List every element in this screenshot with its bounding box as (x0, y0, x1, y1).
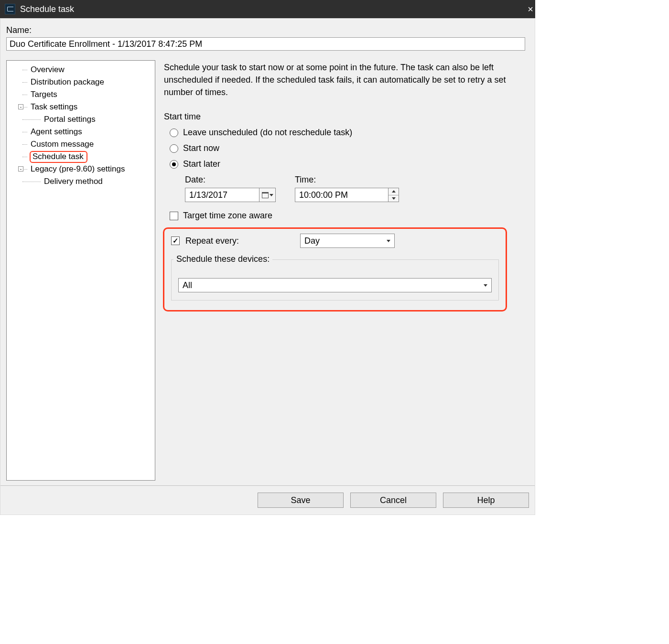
start-time-label: Start time (164, 112, 529, 122)
repeat-value: Day (301, 236, 383, 246)
datetime-row: Date: 1/13/2017 Time: 10:00:00 PM (185, 175, 529, 202)
collapse-icon[interactable]: - (18, 166, 23, 172)
date-value: 1/13/2017 (185, 190, 259, 200)
date-picker[interactable]: 1/13/2017 (185, 188, 276, 202)
time-field: Time: 10:00:00 PM (295, 175, 399, 202)
button-bar: Save Cancel Help (0, 485, 535, 515)
radio-leave-unscheduled[interactable]: Leave unscheduled (do not reschedule tas… (170, 128, 529, 138)
dialog-body: Name: Overview Distribution package Targ… (0, 18, 535, 515)
schedule-devices-legend: Schedule these devices: (173, 254, 272, 264)
date-label: Date: (185, 175, 276, 185)
time-value: 10:00:00 PM (295, 190, 388, 200)
chevron-down-icon (480, 284, 491, 287)
tree-item-portal-settings[interactable]: Portal settings (7, 113, 155, 126)
time-label: Time: (295, 175, 399, 185)
repeat-row: Repeat every: Day (171, 234, 499, 248)
name-label: Name: (6, 25, 529, 35)
repeat-section-highlight: Repeat every: Day Schedule these devices… (163, 227, 507, 311)
radio-icon[interactable] (170, 160, 178, 169)
chevron-down-icon (392, 197, 396, 200)
radio-label: Leave unscheduled (do not reschedule tas… (183, 128, 352, 138)
date-field: Date: 1/13/2017 (185, 175, 276, 202)
content-panel: Schedule your task to start now or at so… (164, 60, 529, 481)
save-button[interactable]: Save (258, 493, 344, 508)
tree-item-distribution-package[interactable]: Distribution package (7, 76, 155, 88)
cancel-button[interactable]: Cancel (350, 493, 436, 508)
checkbox-repeat[interactable] (171, 236, 180, 245)
title-bar: Schedule task × (0, 0, 535, 18)
schedule-devices-fieldset: Schedule these devices: All (171, 259, 499, 301)
help-button[interactable]: Help (443, 493, 529, 508)
repeat-label: Repeat every: (185, 236, 294, 246)
tree-panel: Overview Distribution package Targets - … (6, 60, 155, 481)
time-spinner (388, 188, 399, 202)
collapse-icon[interactable]: - (18, 104, 23, 109)
checkbox-target-timezone[interactable]: Target time zone aware (170, 211, 529, 221)
chevron-down-icon (270, 194, 273, 196)
spin-down-button[interactable] (388, 195, 399, 202)
time-picker[interactable]: 10:00:00 PM (295, 188, 399, 202)
radio-start-later[interactable]: Start later (170, 159, 529, 169)
checkbox-label: Target time zone aware (183, 211, 272, 221)
name-input[interactable] (6, 37, 525, 51)
tree-item-agent-settings[interactable]: Agent settings (7, 126, 155, 138)
tree-item-delivery-method[interactable]: Delivery method (7, 175, 155, 188)
schedule-devices-select[interactable]: All (178, 278, 492, 292)
calendar-icon (262, 192, 269, 198)
tree-item-legacy-settings[interactable]: - Legacy (pre-9.60) settings (7, 163, 155, 175)
spin-up-button[interactable] (388, 188, 399, 195)
checkbox-icon[interactable] (170, 212, 178, 220)
tree-item-task-settings[interactable]: - Task settings (7, 101, 155, 113)
tree-item-custom-message[interactable]: Custom message (7, 138, 155, 150)
radio-icon[interactable] (170, 144, 178, 153)
tree-item-schedule-task[interactable]: Schedule task (7, 150, 155, 163)
chevron-up-icon (392, 190, 396, 193)
tree-item-overview[interactable]: Overview (7, 64, 155, 76)
name-section: Name: (0, 19, 535, 54)
radio-icon[interactable] (170, 129, 178, 137)
radio-label: Start now (183, 143, 219, 153)
date-dropdown-button[interactable] (259, 188, 275, 202)
radio-label: Start later (183, 159, 220, 169)
tree-item-targets[interactable]: Targets (7, 88, 155, 101)
window-title: Schedule task (20, 4, 74, 14)
radio-start-now[interactable]: Start now (170, 143, 529, 153)
description-text: Schedule your task to start now or at so… (164, 61, 518, 98)
app-icon (5, 4, 15, 14)
schedule-devices-value: All (179, 280, 480, 290)
chevron-down-icon (383, 240, 394, 242)
repeat-interval-select[interactable]: Day (300, 234, 395, 248)
close-icon[interactable]: × (528, 0, 533, 18)
